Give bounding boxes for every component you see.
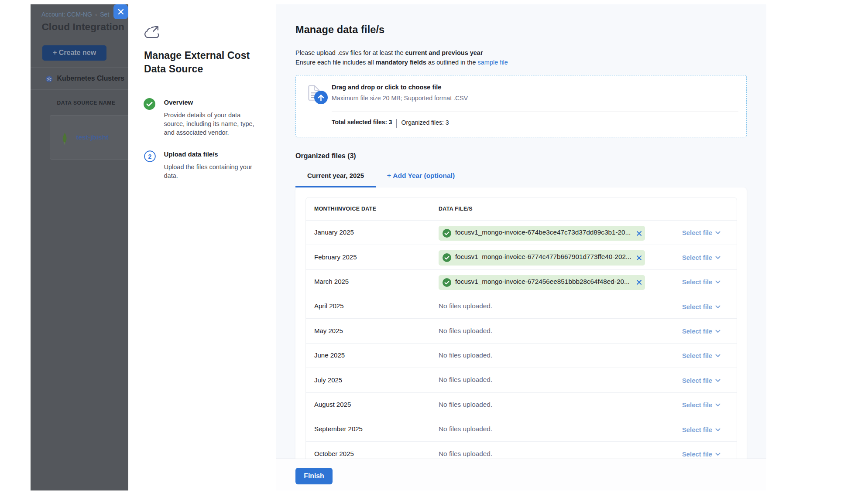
svg-text:2: 2 bbox=[148, 153, 152, 160]
